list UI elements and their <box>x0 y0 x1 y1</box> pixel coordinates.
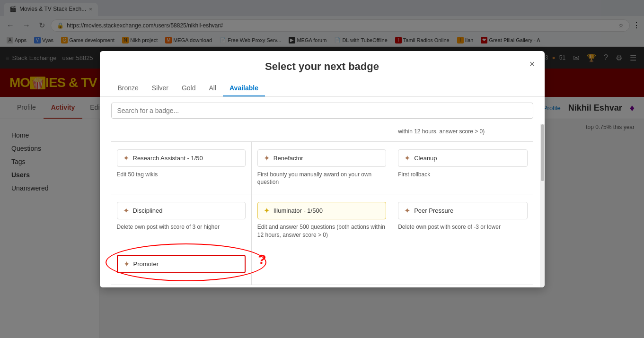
top-partial-row: within 12 hours, answer score > 0) <box>111 124 533 142</box>
modal-tab-bronze[interactable]: Bronze <box>111 80 145 96</box>
badge-grid-row1: ✦ Research Assistant - 1/50 Edit 50 tag … <box>111 142 533 195</box>
disciplined-label: Disciplined <box>133 207 163 214</box>
modal-search-container <box>111 103 533 119</box>
peer-pressure-label: Peer Pressure <box>414 207 453 214</box>
illuminator-badge-icon: ✦ <box>264 206 270 215</box>
content-area: top 0.75% this year Select your next bad… <box>99 119 644 338</box>
modal-scrollbar-thumb[interactable] <box>541 124 544 182</box>
badge-cell-disciplined: ✦ Disciplined Delete own post with score… <box>111 194 252 247</box>
modal-header: Select your next badge × <box>100 51 545 80</box>
research-assistant-badge-icon: ✦ <box>123 154 129 163</box>
badge-cell-empty-1 <box>252 247 392 285</box>
cleanup-desc: First rollback <box>398 171 527 179</box>
benefactor-label: Benefactor <box>273 155 303 162</box>
modal-close-button[interactable]: × <box>529 59 535 69</box>
badge-benefactor-button[interactable]: ✦ Benefactor <box>257 149 386 167</box>
badge-grid-row3: ✦ Promoter ? <box>111 247 533 285</box>
badge-grid-row2: ✦ Disciplined Delete own post with score… <box>111 194 533 247</box>
badge-selection-modal: Select your next badge × Bronze Silver G… <box>100 51 545 287</box>
illuminator-desc: Edit and answer 500 questions (both acti… <box>257 223 386 239</box>
badge-cell-promoter: ✦ Promoter ? <box>111 247 252 285</box>
benefactor-desc: First bounty you manually award on your … <box>257 171 386 187</box>
modal-tab-available[interactable]: Available <box>223 80 265 96</box>
research-assistant-desc: Edit 50 tag wikis <box>117 171 246 179</box>
modal-tabs: Bronze Silver Gold All Available <box>100 80 545 97</box>
promoter-badge-icon: ✦ <box>124 260 130 269</box>
peer-pressure-badge-icon: ✦ <box>404 206 410 215</box>
peer-pressure-desc: Delete own post with score of -3 or lowe… <box>398 223 527 231</box>
badge-cell-benefactor: ✦ Benefactor First bounty you manually a… <box>252 142 392 195</box>
promoter-desc: First bounty you offer on your own quest… <box>111 285 533 287</box>
modal-title: Select your next badge <box>111 61 533 80</box>
research-assistant-label: Research Assistant - 1/50 <box>133 155 203 162</box>
badge-cleanup-button[interactable]: ✦ Cleanup <box>398 149 527 167</box>
badge-cell-peer-pressure: ✦ Peer Pressure Delete own post with sco… <box>392 194 533 247</box>
promoter-label: Promoter <box>133 260 159 268</box>
badge-promoter-button[interactable]: ✦ Promoter <box>117 255 246 273</box>
badge-cell-empty-2 <box>392 247 533 285</box>
badge-cell-cleanup: ✦ Cleanup First rollback <box>392 142 533 195</box>
badge-cell-illuminator: ✦ Illuminator - 1/500 Edit and answer 50… <box>252 194 392 247</box>
badge-research-assistant-button[interactable]: ✦ Research Assistant - 1/50 <box>117 149 246 167</box>
badge-illuminator-button[interactable]: ✦ Illuminator - 1/500 <box>257 202 386 219</box>
modal-body: within 12 hours, answer score > 0) ✦ Res… <box>100 124 545 287</box>
modal-tab-all[interactable]: All <box>202 80 223 96</box>
cleanup-label: Cleanup <box>414 155 437 162</box>
modal-scrollbar[interactable] <box>540 124 545 287</box>
partial-top-text: within 12 hours, answer score > 0) <box>392 126 533 137</box>
cleanup-badge-icon: ✦ <box>404 154 410 163</box>
modal-overlay: Select your next badge × Bronze Silver G… <box>0 0 644 338</box>
benefactor-badge-icon: ✦ <box>264 154 270 163</box>
illuminator-label: Illuminator - 1/500 <box>273 207 323 214</box>
badge-peer-pressure-button[interactable]: ✦ Peer Pressure <box>398 202 527 219</box>
disciplined-desc: Delete own post with score of 3 or highe… <box>117 223 246 231</box>
badge-search-input[interactable] <box>111 103 533 119</box>
modal-tab-silver[interactable]: Silver <box>145 80 175 96</box>
badge-disciplined-button[interactable]: ✦ Disciplined <box>117 202 246 219</box>
modal-tab-gold[interactable]: Gold <box>175 80 203 96</box>
main-layout: Home Questions Tags Users Unanswered top… <box>0 119 644 338</box>
badge-cell-research-assistant: ✦ Research Assistant - 1/50 Edit 50 tag … <box>111 142 252 195</box>
disciplined-badge-icon: ✦ <box>123 206 129 215</box>
